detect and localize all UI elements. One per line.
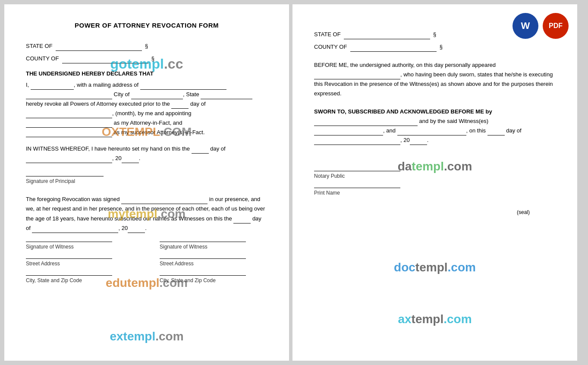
page1-content: POWER OF ATTORNEY REVOCATION FORM STATE … <box>26 22 267 283</box>
address-field-2[interactable] <box>26 92 112 99</box>
witness-1-addr-line <box>26 258 112 259</box>
logo-axtempl: axtempl.com <box>398 312 472 326</box>
state-field[interactable] <box>56 44 142 51</box>
witness-1-sig-line <box>26 242 112 242</box>
county-field[interactable] <box>62 57 148 63</box>
body-text: I, , with a mailing address of City of ,… <box>26 80 267 138</box>
attorney-field[interactable] <box>26 121 112 128</box>
fore-day[interactable] <box>233 217 251 223</box>
before-me-text: BEFORE ME, the undersigned authority, on… <box>314 60 556 98</box>
witness-name-1[interactable] <box>314 129 383 135</box>
witness-2-addr-label: Street Address <box>160 261 267 267</box>
witness-1-sig-label: Signature of Witness <box>26 244 134 250</box>
declares-heading: THE UNDERSIGNED HEREBY DECLARES THAT <box>26 70 267 77</box>
body-paragraph: I, , with a mailing address of City of ,… <box>26 80 267 138</box>
p2-section-2: § <box>440 44 443 50</box>
notary-sig-section: Notary Public <box>314 171 556 179</box>
witness-row: Signature of Witness Street Address City… <box>26 242 267 283</box>
signed-field[interactable] <box>121 197 208 204</box>
fore-year[interactable] <box>128 226 145 233</box>
witness-whereof: IN WITNESS WHEREOF, I have hereunto set … <box>26 144 267 163</box>
p2-state-field[interactable] <box>344 32 430 39</box>
state-label: STATE OF <box>26 43 53 49</box>
seal-label: (seal) <box>517 209 530 215</box>
witness-name-2[interactable] <box>397 129 466 135</box>
witness-text: IN WITNESS WHEREOF, I have hereunto set … <box>26 144 267 163</box>
witness-day[interactable] <box>192 147 209 154</box>
print-name-label: Print Name <box>314 190 556 196</box>
p2-county-field[interactable] <box>350 45 437 52</box>
sworn-day[interactable] <box>487 129 505 135</box>
logo-extempl: extempl.com <box>110 330 183 343</box>
successor-field[interactable] <box>26 130 112 137</box>
county-label: COUNTY OF <box>26 55 59 62</box>
witness-2-city-line <box>160 275 246 276</box>
section-symbol-2: § <box>151 55 154 62</box>
foregoing-paragraph: The foregoing Revocation was signed in o… <box>26 195 267 233</box>
p2-county-label: COUNTY OF <box>314 44 347 50</box>
month-field[interactable] <box>26 111 112 118</box>
sworn-year[interactable] <box>410 138 427 145</box>
witness-1-city-label: City, State and Zip Code <box>26 277 134 283</box>
notary-sig-line <box>314 171 400 171</box>
print-name-section: Print Name <box>314 188 556 196</box>
witness-col-1: Signature of Witness Street Address City… <box>26 242 134 283</box>
sworn-section: SWORN TO, SUBSCRIBED AND ACKNOWLEDGED BE… <box>314 107 556 145</box>
county-line: COUNTY OF § <box>26 54 267 63</box>
fore-month[interactable] <box>32 226 118 233</box>
city-field[interactable] <box>131 92 183 99</box>
witness-1-city-line <box>26 275 112 276</box>
witness-2-city-label: City, State and Zip Code <box>160 277 267 283</box>
sworn-name-field[interactable] <box>314 119 418 126</box>
page-2: W PDF datempl.com doctempl.com axtempl.c… <box>292 4 577 361</box>
state-line: STATE OF § <box>26 42 267 51</box>
witness-month[interactable] <box>26 156 112 163</box>
name-field[interactable] <box>31 83 74 90</box>
witness-2-addr-line <box>160 258 246 259</box>
principal-sig-section: Signature of Principal <box>26 176 267 184</box>
before-me-section: BEFORE ME, the undersigned authority, on… <box>314 60 556 98</box>
sworn-heading: SWORN TO, SUBSCRIBED AND ACKNOWLEDGED BE… <box>314 107 556 116</box>
address-field[interactable] <box>140 83 226 90</box>
p2-state-label: STATE OF <box>314 31 341 38</box>
witness-2-sig-label: Signature of Witness <box>160 244 267 250</box>
witness-year[interactable] <box>122 156 139 163</box>
witness-col-2: Signature of Witness Street Address City… <box>160 242 267 283</box>
witness-2-sig-line <box>160 242 246 242</box>
page-title: POWER OF ATTORNEY REVOCATION FORM <box>26 22 267 29</box>
logo-doctempl: doctempl.com <box>394 261 476 274</box>
page2-content: STATE OF § COUNTY OF § BEFORE ME, the un… <box>314 22 556 215</box>
day-field[interactable] <box>171 102 189 109</box>
section-symbol-1: § <box>145 43 148 49</box>
foregoing-text: The foregoing Revocation was signed in o… <box>26 195 267 233</box>
witness-1-addr-label: Street Address <box>26 261 134 267</box>
p2-section-1: § <box>433 31 436 38</box>
principal-sig-label: Signature of Principal <box>26 178 267 184</box>
sworn-text: and by the said Witness(es) , and , on t… <box>314 116 556 145</box>
p2-county-line: COUNTY OF § <box>314 43 556 52</box>
p2-state-line: STATE OF § <box>314 30 556 39</box>
print-name-line <box>314 188 400 188</box>
notary-public-label: Notary Public <box>314 173 556 179</box>
pages-wrapper: gotempl.cc OXTEMPL.COM mytempl.com edute… <box>4 4 584 361</box>
state-field-2[interactable] <box>201 92 252 99</box>
appeared-field[interactable] <box>314 72 400 79</box>
principal-sig-line <box>26 176 104 176</box>
seal-section: (seal) <box>314 209 556 215</box>
sworn-month[interactable] <box>314 138 400 145</box>
page-1: gotempl.cc OXTEMPL.COM mytempl.com edute… <box>4 4 289 361</box>
